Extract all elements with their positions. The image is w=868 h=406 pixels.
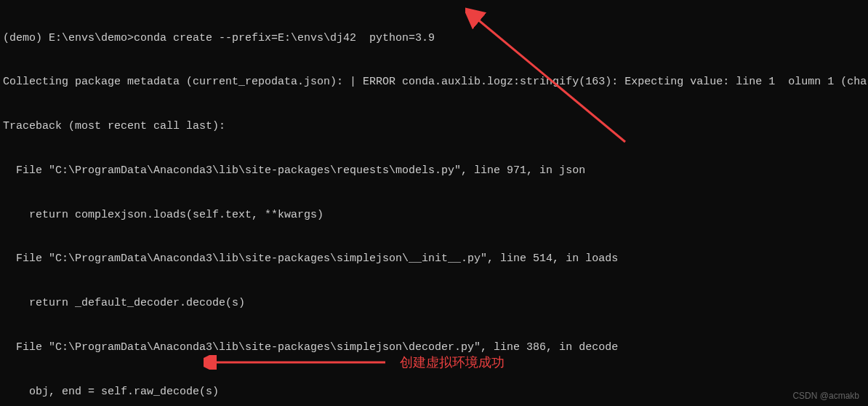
terminal-line: File "C:\ProgramData\Anaconda3\lib\site-… <box>3 252 865 266</box>
terminal-line: obj, end = self.raw_decode(s) <box>3 385 865 399</box>
terminal-line: return _default_decoder.decode(s) <box>3 296 865 311</box>
terminal-output[interactable]: (demo) E:\envs\demo>conda create --prefi… <box>3 1 865 406</box>
terminal-line: return complexjson.loads(self.text, **kw… <box>3 208 865 223</box>
terminal-line: File "C:\ProgramData\Anaconda3\lib\site-… <box>3 164 865 178</box>
watermark-text: CSDN @acmakb <box>792 390 859 402</box>
terminal-line: (demo) E:\envs\demo>conda create --prefi… <box>3 31 865 46</box>
terminal-line: File "C:\ProgramData\Anaconda3\lib\site-… <box>3 341 865 355</box>
terminal-line: Traceback (most recent call last): <box>3 119 865 134</box>
terminal-line: Collecting package metadata (current_rep… <box>3 75 865 89</box>
